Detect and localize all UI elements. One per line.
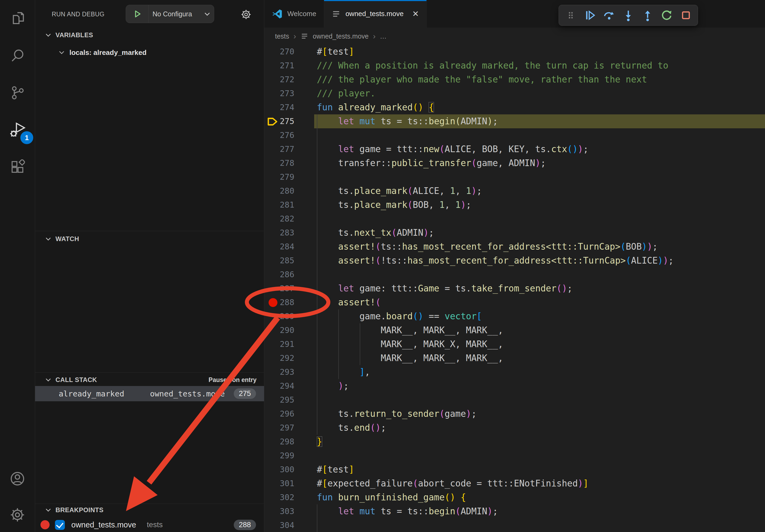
breakpoints-header[interactable]: BREAKPOINTS: [35, 504, 264, 516]
close-icon[interactable]: ✕: [412, 9, 419, 19]
tab-welcome[interactable]: Welcome: [264, 0, 324, 28]
line-number[interactable]: 293: [264, 365, 294, 379]
line-number[interactable]: 288: [264, 296, 294, 309]
code-line[interactable]: 274fun already_marked() {: [264, 101, 765, 115]
tab-owned-tests-move[interactable]: owned_tests.move ✕: [324, 0, 427, 28]
line-number[interactable]: 291: [264, 337, 294, 351]
stop-button[interactable]: [677, 7, 694, 24]
breakpoint-checkbox[interactable]: [55, 520, 65, 530]
line-number[interactable]: 304: [264, 518, 294, 532]
line-number[interactable]: 290: [264, 323, 294, 337]
line-number[interactable]: 296: [264, 407, 294, 421]
settings-icon[interactable]: [10, 507, 25, 524]
restart-button[interactable]: [658, 7, 675, 24]
code-line[interactable]: 290 MARK__, MARK__, MARK__,: [264, 323, 765, 337]
line-number[interactable]: 297: [264, 421, 294, 435]
call-stack-header[interactable]: CALL STACK Paused on entry: [35, 374, 264, 386]
drag-handle-icon[interactable]: [562, 7, 579, 24]
explorer-icon[interactable]: [10, 10, 25, 27]
code-line[interactable]: 291 MARK__, MARK_X, MARK__,: [264, 337, 765, 351]
code-line[interactable]: 278 transfer::public_transfer(game, ADMI…: [264, 156, 765, 170]
code-line[interactable]: 272/// the player who made the "false" m…: [264, 73, 765, 87]
code-line[interactable]: 293 ],: [264, 365, 765, 379]
code-line[interactable]: 286: [264, 268, 765, 282]
code-line[interactable]: 285 assert!(!ts::has_most_recent_for_add…: [264, 254, 765, 268]
code-line[interactable]: 301#[expected_failure(abort_code = ttt::…: [264, 476, 765, 490]
line-number[interactable]: 280: [264, 184, 294, 198]
line-number[interactable]: 277: [264, 142, 294, 156]
code-line[interactable]: 284 assert!(ts::has_most_recent_for_addr…: [264, 240, 765, 254]
line-number[interactable]: 271: [264, 59, 294, 73]
code-line[interactable]: 292 MARK__, MARK__, MARK__,: [264, 351, 765, 365]
line-number[interactable]: 286: [264, 268, 294, 282]
watch-header[interactable]: WATCH: [35, 233, 264, 245]
code-line[interactable]: 297 ts.end();: [264, 421, 765, 435]
code-line[interactable]: 288 assert!(: [264, 296, 765, 309]
chevron-down-icon[interactable]: [201, 10, 214, 18]
config-dropdown-label[interactable]: No Configura: [149, 10, 201, 18]
code-line[interactable]: 299: [264, 449, 765, 463]
code-line[interactable]: 300#[test]: [264, 463, 765, 476]
code-line[interactable]: 295: [264, 393, 765, 407]
line-number[interactable]: 294: [264, 379, 294, 393]
code-line[interactable]: 302fun burn_unfinished_game() {: [264, 490, 765, 504]
continue-button[interactable]: [581, 7, 598, 24]
line-number[interactable]: 299: [264, 449, 294, 463]
variables-header[interactable]: VARIABLES: [35, 29, 264, 41]
code-line[interactable]: 271/// When a position is already marked…: [264, 59, 765, 73]
code-line[interactable]: 273/// player.: [264, 87, 765, 101]
step-into-button[interactable]: [620, 7, 637, 24]
search-icon[interactable]: [10, 48, 25, 64]
variables-scope-row[interactable]: locals: already_marked: [35, 46, 287, 60]
extensions-icon[interactable]: [10, 159, 25, 175]
code-line[interactable]: 282: [264, 212, 765, 226]
line-number[interactable]: 300: [264, 463, 294, 476]
debug-settings-gear-icon[interactable]: [241, 9, 252, 21]
code-line[interactable]: 281 ts.place_mark(BOB, 1, 1);: [264, 198, 765, 212]
code-line[interactable]: 280 ts.place_mark(ALICE, 1, 1);: [264, 184, 765, 198]
stack-frame-row[interactable]: already_marked owned_tests.move 275: [35, 386, 264, 401]
line-number[interactable]: 289: [264, 309, 294, 323]
step-over-button[interactable]: [600, 7, 618, 24]
line-number[interactable]: 298: [264, 435, 294, 449]
line-number[interactable]: 274: [264, 101, 294, 115]
code-line[interactable]: 276: [264, 128, 765, 142]
source-control-icon[interactable]: [10, 85, 25, 101]
start-debug-config-button[interactable]: No Configura: [126, 5, 214, 23]
line-number[interactable]: 295: [264, 393, 294, 407]
breadcrumb-folder[interactable]: tests: [275, 32, 289, 40]
line-number[interactable]: 284: [264, 240, 294, 254]
code-editor[interactable]: 270#[test]271/// When a position is alre…: [264, 45, 765, 532]
code-line[interactable]: 270#[test]: [264, 45, 765, 59]
line-number[interactable]: 292: [264, 351, 294, 365]
start-debugging-play-icon[interactable]: [126, 5, 149, 23]
accounts-icon[interactable]: [10, 471, 25, 487]
line-number[interactable]: 281: [264, 198, 294, 212]
code-line[interactable]: 283 ts.next_tx(ADMIN);: [264, 226, 765, 240]
line-number[interactable]: 282: [264, 212, 294, 226]
line-number[interactable]: 287: [264, 282, 294, 296]
line-number[interactable]: 283: [264, 226, 294, 240]
line-number[interactable]: 301: [264, 476, 294, 490]
line-number[interactable]: 273: [264, 87, 294, 101]
step-out-button[interactable]: [639, 7, 656, 24]
code-line[interactable]: 298}: [264, 435, 765, 449]
line-number[interactable]: 279: [264, 170, 294, 184]
code-line[interactable]: 275 let mut ts = ts::begin(ADMIN);: [264, 115, 765, 128]
breadcrumb-symbol[interactable]: …: [380, 32, 386, 40]
code-line[interactable]: 303 let mut ts = ts::begin(ADMIN);: [264, 504, 765, 518]
code-line[interactable]: 294 );: [264, 379, 765, 393]
line-number[interactable]: 270: [264, 45, 294, 59]
line-number[interactable]: 303: [264, 504, 294, 518]
code-line[interactable]: 289 game.board() == vector[: [264, 309, 765, 323]
line-number[interactable]: 302: [264, 490, 294, 504]
line-number[interactable]: 278: [264, 156, 294, 170]
code-line[interactable]: 304: [264, 518, 765, 532]
code-line[interactable]: 279: [264, 170, 765, 184]
code-line[interactable]: 277 let game = ttt::new(ALICE, BOB, KEY,…: [264, 142, 765, 156]
line-number[interactable]: 285: [264, 254, 294, 268]
line-number[interactable]: 272: [264, 73, 294, 87]
code-line[interactable]: 287 let game: ttt::Game = ts.take_from_s…: [264, 282, 765, 296]
line-number[interactable]: 275: [264, 115, 294, 128]
breadcrumb-file[interactable]: owned_tests.move: [313, 32, 369, 40]
